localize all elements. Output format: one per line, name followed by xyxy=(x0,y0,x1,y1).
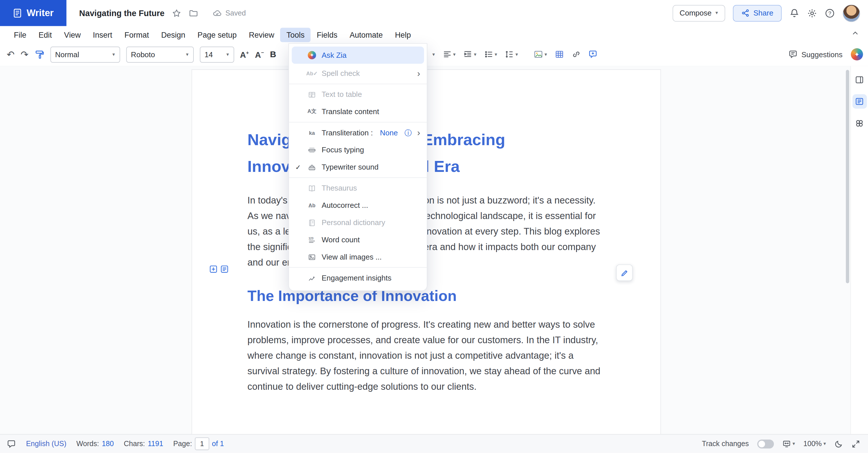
right-panel-rail xyxy=(850,66,868,434)
menu-divider xyxy=(289,122,427,122)
collapse-toolbar-icon[interactable] xyxy=(851,29,859,37)
settings-gear-icon[interactable] xyxy=(807,8,817,18)
menu-item-autocorrect[interactable]: A̲b Autocorrect ... xyxy=(289,197,427,214)
chevron-down-icon: ▾ xyxy=(716,11,718,16)
cloud-saved-icon xyxy=(213,9,222,17)
compose-button[interactable]: Compose ▾ xyxy=(673,5,725,21)
increase-font-button[interactable]: A+ xyxy=(240,50,249,59)
menu-insert[interactable]: Insert xyxy=(87,27,118,42)
menu-edit[interactable]: Edit xyxy=(32,27,58,42)
document-title[interactable]: Navigating the Future xyxy=(79,8,164,18)
menu-item-transliteration[interactable]: ka Transliteration : None ⓘ › xyxy=(289,124,427,141)
side-panel-icon[interactable] xyxy=(852,73,867,87)
line-spacing-button[interactable]: ▾ xyxy=(505,50,518,59)
menu-review[interactable]: Review xyxy=(243,27,280,42)
zoom-control[interactable]: 100% ▾ xyxy=(803,440,826,448)
menu-page-setup[interactable]: Page setup xyxy=(191,27,243,42)
font-size-select[interactable]: 14 ▾ xyxy=(199,46,234,62)
menu-item-view-all-images[interactable]: View all images ... xyxy=(289,248,427,265)
saved-label: Saved xyxy=(225,9,246,17)
insert-link-icon[interactable] xyxy=(572,50,581,59)
translate-icon: A文 xyxy=(306,107,317,117)
word-count[interactable]: Words: 180 xyxy=(76,440,114,448)
menu-item-thesaurus[interactable]: Thesaurus xyxy=(289,180,427,197)
undo-icon[interactable]: ↶ xyxy=(7,50,14,59)
menu-format[interactable]: Format xyxy=(118,27,155,42)
menu-item-word-count[interactable]: 123 Word count xyxy=(289,231,427,248)
format-painter-icon[interactable] xyxy=(35,50,44,59)
language-selector[interactable]: English (US) xyxy=(26,440,67,448)
margin-comment-icon[interactable] xyxy=(220,265,229,273)
document-canvas[interactable]: Navigating the Future: Embracing Innovat… xyxy=(0,66,868,434)
toolbar-mid-group: ▾ ▾ ▾ ▾ ▾ xyxy=(432,43,597,65)
char-count[interactable]: Chars: 1191 xyxy=(124,440,163,448)
suggestions-button[interactable]: Suggestions xyxy=(788,43,843,65)
menu-tools[interactable]: Tools xyxy=(280,27,311,42)
page-indicator: Page: of 1 xyxy=(173,437,224,450)
page-number-input[interactable] xyxy=(195,437,209,450)
indent-button[interactable]: ▾ xyxy=(463,50,476,59)
chevron-down-icon: ▾ xyxy=(226,52,229,57)
list-button[interactable]: ▾ xyxy=(484,50,497,59)
chevron-down-icon[interactable]: ▾ xyxy=(432,52,435,57)
thesaurus-book-icon xyxy=(306,183,317,193)
menu-item-spell-check[interactable]: Ab✓ Spell check › xyxy=(289,65,427,82)
chat-bubble-icon[interactable] xyxy=(7,439,16,448)
fit-width-button[interactable]: ▾ xyxy=(782,440,795,448)
document-info-panel-icon[interactable] xyxy=(852,94,867,109)
info-icon[interactable]: ⓘ xyxy=(404,129,412,136)
writer-logo[interactable]: Writer xyxy=(0,0,66,26)
menu-item-text-to-table[interactable]: a Text to table xyxy=(289,86,427,103)
statusbar-right: Track changes ▾ 100% ▾ xyxy=(702,439,868,448)
vertical-scrollbar[interactable] xyxy=(846,70,849,283)
menu-item-translate-content[interactable]: A文 Translate content xyxy=(289,103,427,120)
folder-icon[interactable] xyxy=(189,9,198,18)
track-changes-label: Track changes xyxy=(702,440,749,448)
menu-file[interactable]: File xyxy=(8,27,32,42)
add-comment-icon[interactable] xyxy=(588,50,597,59)
zia-assistant-icon[interactable]: ✦ xyxy=(851,48,863,60)
insert-image-button[interactable]: ▾ xyxy=(533,50,547,59)
writer-doc-icon xyxy=(13,8,22,18)
transliteration-value: None xyxy=(380,129,398,137)
menu-item-focus-typing[interactable]: Focus typing xyxy=(289,141,427,159)
favorite-star-icon[interactable] xyxy=(172,9,181,18)
shapes-panel-icon[interactable] xyxy=(852,116,867,130)
insert-table-icon[interactable] xyxy=(555,50,564,59)
decrease-font-button[interactable]: A− xyxy=(255,50,264,59)
menu-help[interactable]: Help xyxy=(389,27,417,42)
menu-fields[interactable]: Fields xyxy=(311,27,343,42)
insert-element-icon[interactable] xyxy=(209,265,218,273)
track-changes-toggle[interactable] xyxy=(757,439,774,448)
document-paragraph-2[interactable]: Innovation is the cornerstone of progres… xyxy=(247,317,605,395)
menu-item-typewriter-sound[interactable]: ✓ Typewriter sound xyxy=(289,159,427,176)
suggestions-label: Suggestions xyxy=(801,50,842,59)
menu-item-engagement-insights[interactable]: Engagement insights xyxy=(289,269,427,287)
help-icon[interactable]: ? xyxy=(825,8,835,18)
font-family-select[interactable]: Roboto ▾ xyxy=(126,46,193,62)
paragraph-style-select[interactable]: Normal ▾ xyxy=(50,46,120,62)
menu-automate[interactable]: Automate xyxy=(344,27,389,42)
menu-item-personal-dictionary[interactable]: Personal dictionary xyxy=(289,214,427,231)
autocorrect-icon: A̲b xyxy=(306,200,317,210)
redo-icon[interactable]: ↷ xyxy=(21,50,28,59)
font-family-value: Roboto xyxy=(131,50,155,59)
night-mode-icon[interactable] xyxy=(834,439,843,448)
words-label: Words: xyxy=(76,440,99,448)
menu-view[interactable]: View xyxy=(58,27,87,42)
quick-tools-button[interactable] xyxy=(616,264,632,281)
menu-item-ask-zia[interactable]: ✦ Ask Zia xyxy=(291,47,424,64)
user-avatar[interactable] xyxy=(842,4,860,22)
words-value: 180 xyxy=(102,440,114,448)
fullscreen-icon[interactable] xyxy=(851,439,860,448)
share-button[interactable]: Share xyxy=(733,5,782,21)
compose-label: Compose xyxy=(680,9,712,17)
align-button[interactable]: ▾ xyxy=(443,50,456,59)
notifications-bell-icon[interactable] xyxy=(789,8,799,18)
chevron-down-icon: ▾ xyxy=(186,52,189,57)
page-total: of 1 xyxy=(212,440,224,448)
menu-design[interactable]: Design xyxy=(155,27,191,42)
svg-text:?: ? xyxy=(828,10,831,16)
zoom-value: 100% xyxy=(803,440,822,448)
bold-button[interactable]: B xyxy=(270,50,276,59)
